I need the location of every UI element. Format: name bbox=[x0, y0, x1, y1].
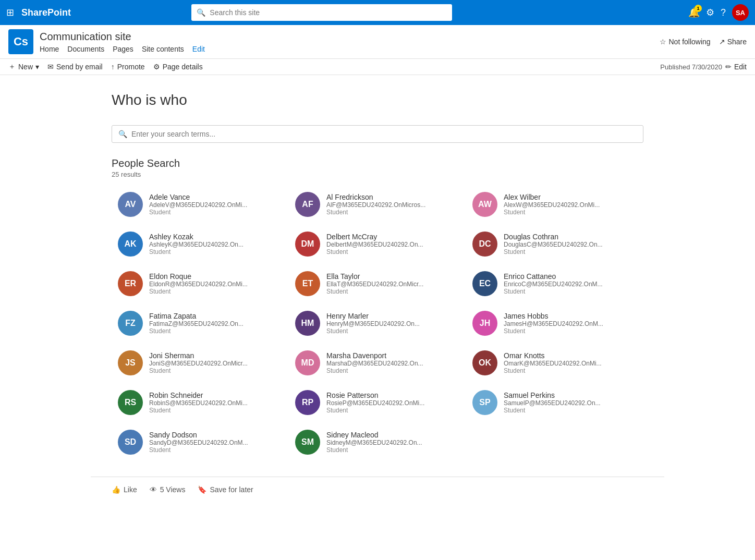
person-role: Student bbox=[149, 407, 283, 414]
person-card[interactable]: RP Rosie Patterson RosieP@M365EDU240292.… bbox=[289, 385, 466, 420]
not-following-label: Not following bbox=[668, 38, 710, 46]
person-role: Student bbox=[149, 446, 283, 454]
person-card[interactable]: AF Al Fredrickson AlF@M365EDU240292.OnMi… bbox=[289, 187, 466, 222]
like-button[interactable]: 👍 Like bbox=[112, 485, 137, 494]
person-info: Joni Sherman JoniS@M365EDU240292.OnMicr.… bbox=[149, 351, 283, 374]
person-card[interactable]: DM Delbert McCray DelbertM@M365EDU240292… bbox=[289, 226, 466, 262]
person-card[interactable]: FZ Fatima Zapata FatimaZ@M365EDU240292.O… bbox=[112, 306, 289, 341]
person-avatar: SP bbox=[472, 390, 497, 415]
site-logo: Cs bbox=[8, 29, 33, 54]
help-icon[interactable]: ? bbox=[721, 7, 726, 18]
nav-home[interactable]: Home bbox=[40, 45, 59, 53]
not-following-button[interactable]: ☆ Not following bbox=[660, 38, 710, 46]
person-card[interactable]: RS Robin Schneider RobinS@M365EDU240292.… bbox=[112, 385, 289, 420]
person-info: Adele Vance AdeleV@M365EDU240292.OnMi...… bbox=[149, 193, 283, 216]
notifications-icon[interactable]: 🔔 1 bbox=[688, 7, 700, 18]
person-card[interactable]: SD Sandy Dodson SandyD@M365EDU240292.OnM… bbox=[112, 424, 289, 460]
user-avatar[interactable]: SA bbox=[732, 4, 749, 21]
people-search-input[interactable] bbox=[131, 130, 637, 138]
results-count: 25 results bbox=[112, 171, 643, 178]
person-role: Student bbox=[504, 209, 637, 216]
person-card[interactable]: SP Samuel Perkins SamuelP@M365EDU240292.… bbox=[466, 385, 643, 420]
nav-pages[interactable]: Pages bbox=[113, 45, 133, 53]
people-search-box[interactable]: 🔍 bbox=[112, 125, 643, 143]
person-avatar: DC bbox=[472, 232, 497, 257]
person-avatar: JS bbox=[118, 350, 143, 375]
new-button[interactable]: ＋ New ▾ bbox=[8, 62, 39, 71]
site-search-box[interactable]: 🔍 bbox=[191, 4, 452, 21]
person-email: RobinS@M365EDU240292.OnMi... bbox=[149, 399, 253, 407]
person-name: Marsha Davenport bbox=[326, 351, 460, 360]
page-body: Who is who 🔍 People Search 25 results AV… bbox=[91, 75, 664, 477]
results-header: People Search 25 results bbox=[112, 157, 643, 178]
person-email: AlF@M365EDU240292.OnMicros... bbox=[326, 201, 431, 209]
person-card[interactable]: ET Ella Taylor EllaT@M365EDU240292.OnMic… bbox=[289, 266, 466, 301]
person-card[interactable]: AV Adele Vance AdeleV@M365EDU240292.OnMi… bbox=[112, 187, 289, 222]
promote-label: Promote bbox=[117, 63, 145, 71]
site-header-right: ☆ Not following ↗ Share bbox=[660, 38, 747, 46]
person-name: Douglas Cothran bbox=[504, 233, 637, 241]
send-by-email-button[interactable]: ✉ Send by email bbox=[47, 63, 103, 71]
save-for-later-button[interactable]: 🔖 Save for later bbox=[198, 485, 253, 494]
person-card[interactable]: JS Joni Sherman JoniS@M365EDU240292.OnMi… bbox=[112, 345, 289, 381]
person-card[interactable]: JH James Hobbs JamesH@M365EDU240292.OnM.… bbox=[466, 306, 643, 341]
person-avatar: DM bbox=[295, 232, 320, 257]
person-avatar: OK bbox=[472, 350, 497, 375]
person-avatar: EC bbox=[472, 271, 497, 296]
person-email: AshleyK@M365EDU240292.On... bbox=[149, 241, 253, 248]
nav-site-contents[interactable]: Site contents bbox=[142, 45, 184, 53]
person-info: Delbert McCray DelbertM@M365EDU240292.On… bbox=[326, 233, 460, 255]
person-email: AdeleV@M365EDU240292.OnMi... bbox=[149, 201, 253, 209]
person-info: Samuel Perkins SamuelP@M365EDU240292.On.… bbox=[504, 391, 637, 414]
settings-icon[interactable]: ⚙ bbox=[706, 7, 714, 18]
edit-button[interactable]: ✏ Edit bbox=[725, 63, 747, 71]
person-avatar: JH bbox=[472, 311, 497, 336]
main-content: Who is who 🔍 People Search 25 results AV… bbox=[0, 75, 755, 560]
person-name: James Hobbs bbox=[504, 312, 637, 320]
person-role: Student bbox=[326, 288, 460, 295]
person-avatar: AF bbox=[295, 192, 320, 217]
person-info: Alex Wilber AlexW@M365EDU240292.OnMi... … bbox=[504, 193, 637, 216]
like-icon: 👍 bbox=[112, 485, 120, 494]
promote-button[interactable]: ↑ Promote bbox=[111, 63, 145, 71]
person-card[interactable]: SM Sidney Macleod SidneyM@M365EDU240292.… bbox=[289, 424, 466, 460]
person-card[interactable]: HM Henry Marler HenryM@M365EDU240292.On.… bbox=[289, 306, 466, 341]
person-card[interactable]: AK Ashley Kozak AshleyK@M365EDU240292.On… bbox=[112, 226, 289, 262]
person-name: Adele Vance bbox=[149, 193, 283, 201]
person-info: Sandy Dodson SandyD@M365EDU240292.OnM...… bbox=[149, 431, 283, 454]
person-name: Delbert McCray bbox=[326, 233, 460, 241]
person-email: SidneyM@M365EDU240292.On... bbox=[326, 439, 431, 446]
person-avatar: SM bbox=[295, 430, 320, 455]
person-name: Robin Schneider bbox=[149, 391, 283, 399]
save-for-later-label: Save for later bbox=[210, 485, 253, 494]
site-title: Communication site bbox=[40, 31, 205, 43]
person-role: Student bbox=[326, 209, 460, 216]
person-avatar: AW bbox=[472, 192, 497, 217]
person-name: Ella Taylor bbox=[326, 272, 460, 281]
person-card[interactable]: EC Enrico Cattaneo EnricoC@M365EDU240292… bbox=[466, 266, 643, 301]
person-name: Ashley Kozak bbox=[149, 233, 283, 241]
share-button[interactable]: ↗ Share bbox=[719, 38, 747, 46]
page-details-button[interactable]: ⚙ Page details bbox=[153, 63, 203, 71]
person-email: DelbertM@M365EDU240292.On... bbox=[326, 241, 431, 248]
person-email: DouglasC@M365EDU240292.On... bbox=[504, 241, 608, 248]
person-name: Sidney Macleod bbox=[326, 431, 460, 439]
edit-icon: ✏ bbox=[725, 63, 732, 71]
person-card[interactable]: ER Eldon Roque EldonR@M365EDU240292.OnMi… bbox=[112, 266, 289, 301]
person-card[interactable]: AW Alex Wilber AlexW@M365EDU240292.OnMi.… bbox=[466, 187, 643, 222]
person-card[interactable]: OK Omar Knotts OmarK@M365EDU240292.OnMi.… bbox=[466, 345, 643, 381]
person-card[interactable]: MD Marsha Davenport MarshaD@M365EDU24029… bbox=[289, 345, 466, 381]
person-name: Samuel Perkins bbox=[504, 391, 637, 399]
person-info: Marsha Davenport MarshaD@M365EDU240292.O… bbox=[326, 351, 460, 374]
share-label: Share bbox=[727, 38, 747, 46]
person-info: Enrico Cattaneo EnricoC@M365EDU240292.On… bbox=[504, 272, 637, 295]
person-card[interactable]: DC Douglas Cothran DouglasC@M365EDU24029… bbox=[466, 226, 643, 262]
views-button[interactable]: 👁 5 Views bbox=[150, 485, 186, 494]
grid-icon[interactable]: ⊞ bbox=[6, 7, 14, 18]
nav-documents[interactable]: Documents bbox=[67, 45, 104, 53]
people-search-title: People Search bbox=[112, 157, 643, 169]
site-search-input[interactable] bbox=[210, 8, 447, 17]
person-email: EldonR@M365EDU240292.OnMi... bbox=[149, 281, 253, 288]
person-role: Student bbox=[149, 288, 283, 295]
nav-edit[interactable]: Edit bbox=[192, 45, 205, 53]
